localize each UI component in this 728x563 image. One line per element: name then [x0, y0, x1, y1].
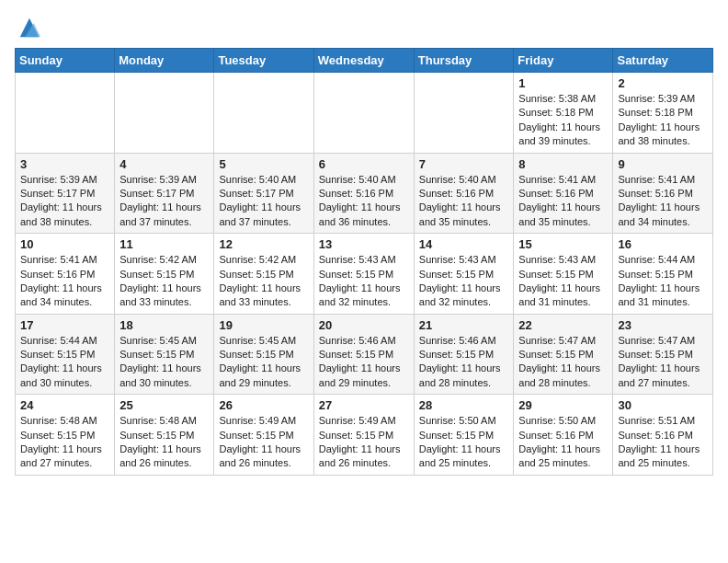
- daylight-text: Daylight: 11 hours and 29 minutes.: [219, 362, 301, 387]
- calendar-week-row: 24 Sunrise: 5:48 AM Sunset: 5:15 PM Dayl…: [16, 395, 713, 476]
- cell-info: Sunrise: 5:50 AM Sunset: 5:16 PM Dayligh…: [518, 414, 608, 471]
- daylight-text: Daylight: 11 hours and 26 minutes.: [119, 443, 201, 468]
- day-number: 20: [319, 318, 409, 332]
- day-number: 26: [219, 398, 308, 412]
- sunset-text: Sunset: 5:17 PM: [219, 188, 293, 199]
- calendar-cell: 9 Sunrise: 5:41 AM Sunset: 5:16 PM Dayli…: [613, 153, 713, 234]
- calendar-cell: 30 Sunrise: 5:51 AM Sunset: 5:16 PM Dayl…: [613, 395, 713, 476]
- cell-info: Sunrise: 5:50 AM Sunset: 5:15 PM Dayligh…: [419, 414, 509, 471]
- calendar-cell: 1 Sunrise: 5:38 AM Sunset: 5:18 PM Dayli…: [514, 73, 613, 154]
- sunset-text: Sunset: 5:15 PM: [119, 269, 194, 280]
- calendar-cell: [115, 73, 214, 154]
- day-header-saturday: Saturday: [613, 49, 713, 73]
- day-number: 10: [20, 237, 109, 251]
- sunrise-text: Sunrise: 5:39 AM: [618, 93, 695, 104]
- daylight-text: Daylight: 11 hours and 34 minutes.: [618, 201, 700, 226]
- calendar-week-row: 10 Sunrise: 5:41 AM Sunset: 5:16 PM Dayl…: [16, 234, 713, 315]
- calendar-cell: 3 Sunrise: 5:39 AM Sunset: 5:17 PM Dayli…: [16, 153, 115, 234]
- sunset-text: Sunset: 5:17 PM: [20, 188, 95, 199]
- cell-info: Sunrise: 5:41 AM Sunset: 5:16 PM Dayligh…: [518, 173, 608, 230]
- day-number: 13: [319, 237, 409, 251]
- cell-info: Sunrise: 5:45 AM Sunset: 5:15 PM Dayligh…: [119, 334, 209, 391]
- day-number: 23: [618, 318, 708, 332]
- day-number: 25: [119, 398, 209, 412]
- daylight-text: Daylight: 11 hours and 32 minutes.: [319, 282, 401, 307]
- sunrise-text: Sunrise: 5:43 AM: [518, 254, 596, 265]
- sunset-text: Sunset: 5:15 PM: [219, 269, 293, 280]
- calendar-table: SundayMondayTuesdayWednesdayThursdayFrid…: [15, 48, 713, 476]
- daylight-text: Daylight: 11 hours and 33 minutes.: [119, 282, 201, 307]
- sunrise-text: Sunrise: 5:50 AM: [419, 415, 496, 426]
- daylight-text: Daylight: 11 hours and 31 minutes.: [518, 282, 600, 307]
- sunrise-text: Sunrise: 5:49 AM: [219, 415, 296, 426]
- sunrise-text: Sunrise: 5:48 AM: [119, 415, 197, 426]
- daylight-text: Daylight: 11 hours and 25 minutes.: [618, 443, 700, 468]
- cell-info: Sunrise: 5:39 AM Sunset: 5:17 PM Dayligh…: [119, 173, 209, 230]
- sunset-text: Sunset: 5:16 PM: [618, 188, 692, 199]
- sunrise-text: Sunrise: 5:45 AM: [119, 335, 197, 346]
- sunset-text: Sunset: 5:15 PM: [319, 269, 393, 280]
- sunrise-text: Sunrise: 5:48 AM: [20, 415, 97, 426]
- day-header-wednesday: Wednesday: [313, 49, 414, 73]
- sunset-text: Sunset: 5:16 PM: [618, 430, 692, 441]
- daylight-text: Daylight: 11 hours and 39 minutes.: [518, 121, 600, 146]
- daylight-text: Daylight: 11 hours and 28 minutes.: [419, 362, 501, 387]
- calendar-cell: 8 Sunrise: 5:41 AM Sunset: 5:16 PM Dayli…: [514, 153, 613, 234]
- sunrise-text: Sunrise: 5:40 AM: [319, 174, 396, 185]
- daylight-text: Daylight: 11 hours and 38 minutes.: [20, 201, 102, 226]
- calendar-cell: 25 Sunrise: 5:48 AM Sunset: 5:15 PM Dayl…: [115, 395, 214, 476]
- cell-info: Sunrise: 5:48 AM Sunset: 5:15 PM Dayligh…: [119, 414, 209, 471]
- cell-info: Sunrise: 5:44 AM Sunset: 5:15 PM Dayligh…: [618, 253, 708, 310]
- cell-info: Sunrise: 5:42 AM Sunset: 5:15 PM Dayligh…: [219, 253, 308, 310]
- sunrise-text: Sunrise: 5:44 AM: [618, 254, 695, 265]
- cell-info: Sunrise: 5:41 AM Sunset: 5:16 PM Dayligh…: [20, 253, 109, 310]
- sunset-text: Sunset: 5:16 PM: [20, 269, 95, 280]
- cell-info: Sunrise: 5:45 AM Sunset: 5:15 PM Dayligh…: [219, 334, 308, 391]
- cell-info: Sunrise: 5:40 AM Sunset: 5:16 PM Dayligh…: [319, 173, 409, 230]
- sunset-text: Sunset: 5:15 PM: [419, 430, 494, 441]
- calendar-cell: 14 Sunrise: 5:43 AM Sunset: 5:15 PM Dayl…: [414, 234, 514, 315]
- daylight-text: Daylight: 11 hours and 29 minutes.: [319, 362, 401, 387]
- sunset-text: Sunset: 5:15 PM: [219, 430, 293, 441]
- sunrise-text: Sunrise: 5:40 AM: [419, 174, 496, 185]
- calendar-cell: 13 Sunrise: 5:43 AM Sunset: 5:15 PM Dayl…: [313, 234, 414, 315]
- day-number: 18: [119, 318, 209, 332]
- day-number: 6: [319, 157, 409, 171]
- calendar-header-row: SundayMondayTuesdayWednesdayThursdayFrid…: [16, 49, 713, 73]
- sunrise-text: Sunrise: 5:43 AM: [419, 254, 496, 265]
- day-number: 22: [518, 318, 608, 332]
- day-number: 7: [419, 157, 509, 171]
- daylight-text: Daylight: 11 hours and 38 minutes.: [618, 121, 700, 146]
- calendar-cell: 27 Sunrise: 5:49 AM Sunset: 5:15 PM Dayl…: [313, 395, 414, 476]
- sunset-text: Sunset: 5:15 PM: [319, 349, 393, 360]
- daylight-text: Daylight: 11 hours and 36 minutes.: [319, 201, 401, 226]
- calendar-cell: 7 Sunrise: 5:40 AM Sunset: 5:16 PM Dayli…: [414, 153, 514, 234]
- day-number: 30: [618, 398, 708, 412]
- sunset-text: Sunset: 5:15 PM: [518, 269, 593, 280]
- cell-info: Sunrise: 5:38 AM Sunset: 5:18 PM Dayligh…: [518, 92, 608, 149]
- calendar-cell: 22 Sunrise: 5:47 AM Sunset: 5:15 PM Dayl…: [514, 314, 613, 395]
- day-number: 2: [618, 76, 708, 90]
- day-number: 24: [20, 398, 109, 412]
- sunset-text: Sunset: 5:15 PM: [419, 349, 494, 360]
- sunrise-text: Sunrise: 5:50 AM: [518, 415, 596, 426]
- cell-info: Sunrise: 5:51 AM Sunset: 5:16 PM Dayligh…: [618, 414, 708, 471]
- calendar-week-row: 17 Sunrise: 5:44 AM Sunset: 5:15 PM Dayl…: [16, 314, 713, 395]
- calendar-cell: [414, 73, 514, 154]
- cell-info: Sunrise: 5:43 AM Sunset: 5:15 PM Dayligh…: [419, 253, 509, 310]
- sunrise-text: Sunrise: 5:42 AM: [119, 254, 197, 265]
- cell-info: Sunrise: 5:40 AM Sunset: 5:17 PM Dayligh…: [219, 173, 308, 230]
- daylight-text: Daylight: 11 hours and 34 minutes.: [20, 282, 102, 307]
- sunrise-text: Sunrise: 5:45 AM: [219, 335, 296, 346]
- cell-info: Sunrise: 5:47 AM Sunset: 5:15 PM Dayligh…: [518, 334, 608, 391]
- sunset-text: Sunset: 5:16 PM: [419, 188, 494, 199]
- calendar-cell: 21 Sunrise: 5:46 AM Sunset: 5:15 PM Dayl…: [414, 314, 514, 395]
- day-number: 1: [518, 76, 608, 90]
- sunrise-text: Sunrise: 5:42 AM: [219, 254, 296, 265]
- sunset-text: Sunset: 5:15 PM: [20, 349, 95, 360]
- calendar-cell: 28 Sunrise: 5:50 AM Sunset: 5:15 PM Dayl…: [414, 395, 514, 476]
- sunrise-text: Sunrise: 5:41 AM: [618, 174, 695, 185]
- sunrise-text: Sunrise: 5:39 AM: [119, 174, 197, 185]
- sunrise-text: Sunrise: 5:51 AM: [618, 415, 695, 426]
- cell-info: Sunrise: 5:46 AM Sunset: 5:15 PM Dayligh…: [319, 334, 409, 391]
